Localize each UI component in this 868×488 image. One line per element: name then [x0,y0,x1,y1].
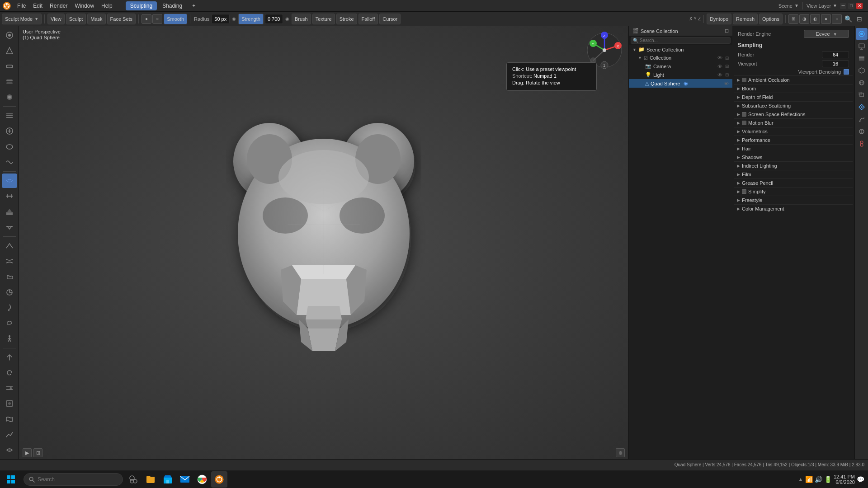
viewport-denoising-checkbox[interactable] [844,69,849,75]
store-icon[interactable] [160,471,176,488]
tool-thumb[interactable] [2,316,17,330]
render-engine-dropdown[interactable]: Eevee ▼ [804,30,849,38]
task-view-btn[interactable] [125,471,142,488]
motion-blur-section[interactable]: ▶ Motion Blur [734,118,853,127]
light-filter-icon[interactable]: ⊟ [725,72,729,77]
mail-icon[interactable] [177,471,193,488]
tool-cloth[interactable] [2,412,17,426]
view-btn[interactable]: View [47,14,65,24]
bloom-section[interactable]: ▶ Bloom [734,84,853,93]
camera-eye-icon[interactable]: 👁 [717,64,722,69]
remesh-btn[interactable]: Remesh [733,14,758,24]
simplify-section[interactable]: ▶ Simplify [734,187,853,196]
screen-space-reflections-section[interactable]: ▶ Screen Space Reflections [734,110,853,118]
tab-add[interactable]: + [188,1,200,10]
chrome-icon[interactable] [194,471,210,488]
tool-slide-relax[interactable] [2,381,17,395]
strength-value[interactable]: 0.700 [265,14,283,24]
mb-checkbox[interactable] [742,121,746,125]
depth-of-field-section[interactable]: ▶ Depth of Field [734,93,853,101]
tray-up-icon[interactable]: ▲ [798,476,803,483]
viewport-btn-4[interactable]: ● [821,14,831,24]
particles-icon[interactable] [856,113,868,125]
scene-item-collection[interactable]: ▼ 📁 Scene Collection [629,45,732,54]
tab-sculpting[interactable]: Sculpting [126,1,157,10]
scene-props-icon[interactable] [856,65,868,76]
search-icon[interactable]: 🔍 [843,14,853,24]
indirect-lighting-section[interactable]: ▶ Indirect Lighting [734,161,853,170]
mode-dropdown[interactable]: Sculpt Mode ▼ [2,14,42,24]
tool-nudge[interactable] [2,350,17,365]
scene-item-quad-sphere[interactable]: △ Quad Sphere ◉ 👁 [629,79,732,88]
tool-snake-hook[interactable] [2,300,17,315]
tool-pose[interactable] [2,331,17,346]
tool-clay-strips[interactable] [2,75,17,89]
tool-crease[interactable] [2,155,17,169]
tool-clay-thumb[interactable] [2,90,17,104]
tool-grab[interactable] [2,269,17,284]
tool-layer[interactable] [2,108,17,123]
volume-icon[interactable]: 🔊 [815,476,822,483]
file-explorer-icon[interactable] [142,471,159,488]
scene-item-camera[interactable]: 📷 Camera 👁 ⊟ [629,62,732,70]
tab-shading[interactable]: Shading [158,1,187,10]
tool-clay[interactable] [2,59,17,73]
tool-smooth[interactable] [2,174,17,188]
menu-file[interactable]: File [14,2,29,10]
menu-render[interactable]: Render [46,2,71,10]
tool-multiplane-scrape[interactable] [2,239,17,253]
blender-taskbar-icon[interactable] [211,471,227,488]
network-icon[interactable]: 📶 [805,476,813,483]
texture-btn[interactable]: Texture [312,14,335,24]
options-btn[interactable]: Options [759,14,783,24]
minimize-button[interactable]: ─ [840,3,846,9]
start-button[interactable] [0,470,22,488]
eye-icon[interactable]: 👁 [717,55,722,61]
scene-item-subcollection[interactable]: ▼ ☑ Collection 👁 ⊟ [629,54,732,62]
tool-blob[interactable] [2,140,17,154]
notification-icon[interactable]: 💬 [857,476,864,483]
sculpt-btn[interactable]: Sculpt [66,14,86,24]
tool-elastic-deform[interactable] [2,285,17,300]
volumetrics-section[interactable]: ▶ Volumetrics [734,127,853,136]
brush-name[interactable]: Smooth [164,14,187,24]
viewport-shading-icon[interactable]: ⊛ [616,448,625,457]
tool-pinch[interactable] [2,254,17,268]
strength-label[interactable]: Strength [238,14,264,24]
scene-filter-icon[interactable]: ⊟ [725,28,729,34]
subsurface-scattering-section[interactable]: ▶ Subsurface Scattering [734,101,853,110]
taskbar-search-input[interactable] [38,476,110,483]
hair-section[interactable]: ▶ Hair [734,144,853,153]
viewport-value[interactable]: 16 [822,60,849,67]
menu-edit[interactable]: Edit [29,2,46,10]
menu-window[interactable]: Window [71,2,98,10]
render-props-icon[interactable] [856,28,868,40]
scene-item-light[interactable]: 💡 Light 👁 ⊟ [629,70,732,79]
tool-fill[interactable] [2,204,17,219]
ao-checkbox[interactable] [742,78,746,82]
tool-mask[interactable] [2,443,17,457]
object-props-icon[interactable] [856,89,868,101]
tool-draw[interactable] [2,28,17,42]
tool-boundary[interactable] [2,396,17,411]
close-button[interactable]: ✕ [856,3,863,9]
constraints-icon[interactable] [856,138,868,150]
tool-inflate[interactable] [2,124,17,138]
film-section[interactable]: ▶ Film [734,170,853,178]
viewport[interactable]: User Perspective (1) Quad Sphere X Z Y [19,26,628,459]
freestyle-section[interactable]: ▶ Freestyle [734,196,853,204]
taskbar-search[interactable] [24,473,123,486]
brush-btn[interactable]: Brush [292,14,311,24]
tool-draw-sharp[interactable] [2,43,17,58]
viewport-btn-2[interactable]: ◑ [799,14,809,24]
filter-icon2[interactable]: ⊟ [725,56,729,61]
mask-btn[interactable]: Mask [87,14,105,24]
face-sets-btn[interactable]: Face Sets [107,14,136,24]
viewport-btn-3[interactable]: ◐ [810,14,820,24]
render-value[interactable]: 64 [822,51,849,58]
modifier-props-icon[interactable] [856,101,868,113]
camera-filter-icon[interactable]: ⊟ [725,64,729,69]
cursor-btn[interactable]: Cursor [379,14,401,24]
menu-help[interactable]: Help [98,2,116,10]
viewport-btn-cam[interactable]: ▶ [23,448,32,457]
